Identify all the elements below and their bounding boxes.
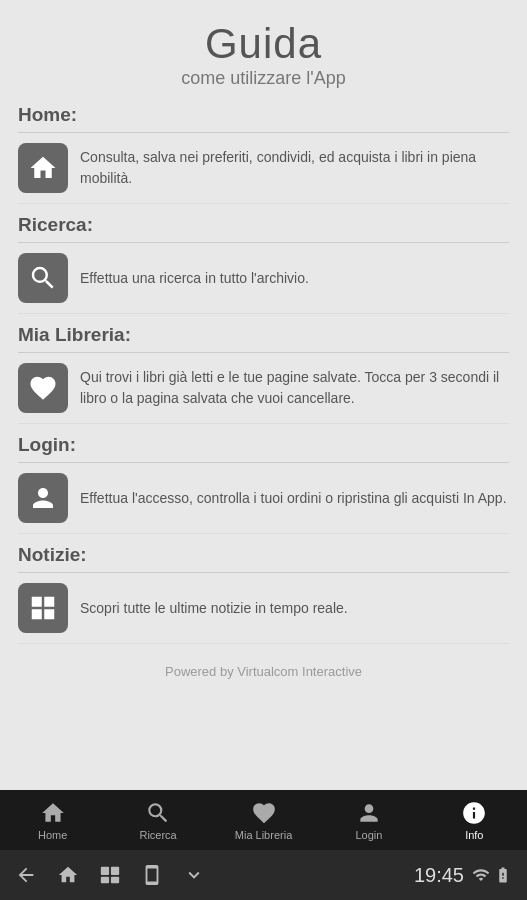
screenshot-icon[interactable] — [141, 864, 163, 886]
page-subtitle: come utilizzare l'App — [10, 68, 517, 89]
home-text: Consulta, salva nei preferiti, condividi… — [80, 147, 509, 189]
section-item-ricerca: Effettua una ricerca in tutto l'archivio… — [18, 243, 509, 314]
section-header-login: Login: — [18, 424, 509, 463]
system-bar: 19:45 — [0, 850, 527, 900]
nav-item-home[interactable]: Home — [0, 790, 105, 850]
nav-libreria-label: Mia Libreria — [235, 829, 292, 841]
ricerca-text: Effettua una ricerca in tutto l'archivio… — [80, 268, 509, 289]
grid-icon-box — [18, 583, 68, 633]
login-text: Effettua l'accesso, controlla i tuoi ord… — [80, 488, 509, 509]
section-header-home: Home: — [18, 94, 509, 133]
sections-container: Home: Consulta, salva nei preferiti, con… — [0, 94, 527, 644]
nav-item-login[interactable]: Login — [316, 790, 421, 850]
heart-icon — [28, 373, 58, 403]
home-icon-box — [18, 143, 68, 193]
section-header-notizie: Notizie: — [18, 534, 509, 573]
nav-home-label: Home — [38, 829, 67, 841]
back-icon[interactable] — [15, 864, 37, 886]
section-item-login: Effettua l'accesso, controlla i tuoi ord… — [18, 463, 509, 534]
system-home-icon[interactable] — [57, 864, 79, 886]
recent-apps-icon[interactable] — [99, 864, 121, 886]
svg-rect-2 — [101, 877, 109, 883]
powered-by: Powered by Virtualcom Interactive — [0, 644, 527, 699]
nav-search-icon — [145, 800, 171, 826]
search-icon-box — [18, 253, 68, 303]
system-bar-left — [15, 864, 205, 886]
nav-home-icon — [40, 800, 66, 826]
section-item-home: Consulta, salva nei preferiti, condividi… — [18, 133, 509, 204]
nav-item-info[interactable]: Info — [422, 790, 527, 850]
main-content: Guida come utilizzare l'App Home: Consul… — [0, 0, 527, 800]
section-item-libreria: Qui trovi i libri già letti e le tue pag… — [18, 353, 509, 424]
system-time: 19:45 — [414, 864, 464, 887]
status-icons — [472, 866, 512, 884]
nav-item-libreria[interactable]: Mia Libreria — [211, 790, 316, 850]
battery-icon — [494, 866, 512, 884]
nav-user-icon — [356, 800, 382, 826]
nav-ricerca-label: Ricerca — [139, 829, 176, 841]
chevron-down-icon[interactable] — [183, 864, 205, 886]
search-icon — [28, 263, 58, 293]
svg-rect-3 — [111, 877, 119, 883]
nav-heart-icon — [251, 800, 277, 826]
wifi-icon — [472, 866, 490, 884]
nav-login-label: Login — [355, 829, 382, 841]
bottom-navigation: Home Ricerca Mia Libreria Login Info — [0, 790, 527, 850]
user-icon — [28, 483, 58, 513]
home-icon — [28, 153, 58, 183]
nav-info-icon — [461, 800, 487, 826]
svg-rect-1 — [111, 867, 119, 875]
section-header-libreria: Mia Libreria: — [18, 314, 509, 353]
notizie-text: Scopri tutte le ultime notizie in tempo … — [80, 598, 509, 619]
user-icon-box — [18, 473, 68, 523]
nav-info-label: Info — [465, 829, 483, 841]
grid-icon — [28, 593, 58, 623]
page-title-section: Guida come utilizzare l'App — [0, 0, 527, 94]
page-title: Guida — [10, 20, 517, 68]
svg-rect-0 — [101, 867, 109, 875]
heart-icon-box — [18, 363, 68, 413]
nav-item-ricerca[interactable]: Ricerca — [105, 790, 210, 850]
section-header-ricerca: Ricerca: — [18, 204, 509, 243]
system-bar-right: 19:45 — [414, 864, 512, 887]
section-item-notizie: Scopri tutte le ultime notizie in tempo … — [18, 573, 509, 644]
libreria-text: Qui trovi i libri già letti e le tue pag… — [80, 367, 509, 409]
